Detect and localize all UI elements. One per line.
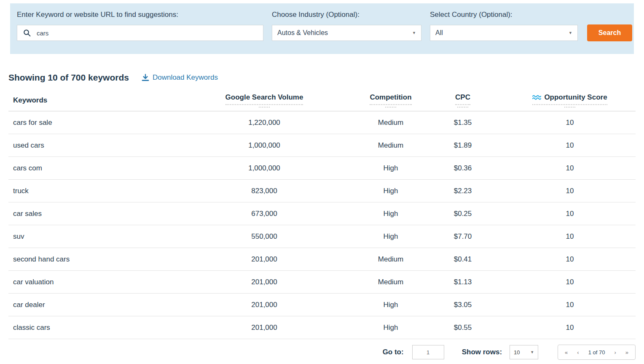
table-row[interactable]: cars com 1,000,000 High $0.36 10 [8, 157, 636, 180]
score-cell: 10 [504, 180, 636, 202]
competition-cell: High [360, 157, 421, 179]
table-row[interactable]: car sales 673,000 High $0.25 10 [8, 202, 636, 225]
show-rows-label: Show rows: [462, 348, 502, 356]
results-summary: Showing 10 of 700 keywords [8, 73, 129, 83]
table-row[interactable]: suv 550,000 High $7.70 10 [8, 225, 636, 248]
keywords-table: Keywords Google Search Volume Competitio… [8, 89, 636, 339]
search-button-group: Search [587, 24, 632, 41]
competition-cell: Medium [360, 111, 421, 134]
download-icon [142, 74, 149, 81]
volume-cell: 201,000 [169, 316, 360, 339]
competition-cell: High [360, 225, 421, 248]
cpc-cell: $1.35 [421, 111, 504, 134]
competition-cell: Medium [360, 134, 421, 156]
keyword-cell: classic cars [8, 316, 169, 339]
next-page-button[interactable]: › [614, 349, 616, 356]
chevron-down-icon: ▼ [530, 351, 534, 354]
country-label: Select Country (Optional): [430, 11, 578, 19]
goto-page-input[interactable] [412, 345, 444, 359]
table-row[interactable]: second hand cars 201,000 Medium $0.41 10 [8, 248, 636, 271]
column-header-keywords: Keywords [8, 89, 169, 111]
sort-indicator [385, 107, 396, 108]
download-keywords-label: Download Keywords [153, 73, 218, 82]
score-cell: 10 [504, 202, 636, 225]
industry-label: Choose Industry (Optional): [272, 11, 421, 19]
keyword-cell: car valuation [8, 271, 169, 293]
keyword-input[interactable] [37, 25, 263, 40]
cpc-cell: $1.89 [421, 134, 504, 156]
competition-cell: Medium [360, 271, 421, 293]
competition-cell: Medium [360, 248, 421, 270]
column-header-opportunity-score[interactable]: Opportunity Score [504, 89, 636, 111]
table-row[interactable]: car valuation 201,000 Medium $1.13 10 [8, 271, 636, 294]
competition-cell: High [360, 202, 421, 225]
sort-indicator [564, 107, 575, 108]
volume-cell: 201,000 [169, 248, 360, 270]
score-cell: 10 [504, 248, 636, 270]
cpc-cell: $7.70 [421, 225, 504, 248]
competition-cell: High [360, 180, 421, 202]
competition-cell: High [360, 294, 421, 316]
country-field-group: Select Country (Optional): All ▼ [430, 11, 578, 41]
goto-label: Go to: [383, 348, 404, 356]
keyword-cell: second hand cars [8, 248, 169, 270]
download-keywords-link[interactable]: Download Keywords [142, 73, 218, 82]
table-row[interactable]: used cars 1,000,000 Medium $1.89 10 [8, 134, 636, 157]
country-select[interactable]: All ▼ [430, 25, 578, 41]
industry-select-value: Autos & Vehicles [277, 29, 328, 37]
cpc-cell: $0.41 [421, 248, 504, 270]
keyword-cell: cars for sale [8, 111, 169, 134]
chevron-down-icon: ▼ [569, 31, 572, 35]
table-row[interactable]: truck 823,000 High $2.23 10 [8, 180, 636, 202]
score-cell: 10 [504, 157, 636, 179]
industry-select[interactable]: Autos & Vehicles ▼ [272, 25, 421, 41]
show-rows-select[interactable]: 10 ▼ [510, 345, 538, 359]
cpc-cell: $3.05 [421, 294, 504, 316]
volume-cell: 550,000 [169, 225, 360, 248]
column-header-competition[interactable]: Competition [360, 89, 421, 111]
keyword-cell: truck [8, 180, 169, 202]
keyword-cell: cars com [8, 157, 169, 179]
table-header-row: Keywords Google Search Volume Competitio… [8, 89, 636, 111]
waves-icon [532, 94, 541, 100]
sort-indicator [457, 107, 468, 108]
volume-cell: 1,220,000 [169, 111, 360, 134]
score-cell: 10 [504, 225, 636, 248]
volume-cell: 1,000,000 [169, 134, 360, 156]
table-row[interactable]: classic cars 201,000 High $0.55 10 [8, 316, 636, 339]
table-row[interactable]: car dealer 201,000 High $3.05 10 [8, 294, 636, 316]
keyword-input-box[interactable] [17, 25, 263, 41]
column-header-cpc[interactable]: CPC [421, 89, 504, 111]
table-row[interactable]: cars for sale 1,220,000 Medium $1.35 10 [8, 111, 636, 134]
keyword-label: Enter Keyword or website URL to find sug… [17, 11, 263, 19]
last-page-button[interactable]: » [625, 349, 628, 356]
cpc-cell: $0.25 [421, 202, 504, 225]
cpc-cell: $1.13 [421, 271, 504, 293]
volume-cell: 673,000 [169, 202, 360, 225]
keyword-field-group: Enter Keyword or website URL to find sug… [17, 11, 263, 41]
column-header-search-volume[interactable]: Google Search Volume [169, 89, 360, 111]
results-header: Showing 10 of 700 keywords Download Keyw… [8, 73, 636, 83]
search-icon [17, 25, 37, 40]
industry-field-group: Choose Industry (Optional): Autos & Vehi… [272, 11, 421, 41]
score-cell: 10 [504, 271, 636, 293]
show-rows-value: 10 [514, 349, 520, 356]
table-body: cars for sale 1,220,000 Medium $1.35 10 … [8, 111, 636, 339]
keyword-cell: car dealer [8, 294, 169, 316]
keyword-cell: used cars [8, 134, 169, 156]
first-page-button[interactable]: « [565, 349, 568, 356]
cpc-cell: $0.55 [421, 316, 504, 339]
search-button[interactable]: Search [587, 24, 632, 41]
score-cell: 10 [504, 111, 636, 134]
prev-page-button[interactable]: ‹ [577, 349, 579, 356]
score-cell: 10 [504, 134, 636, 156]
cpc-cell: $2.23 [421, 180, 504, 202]
competition-cell: High [360, 316, 421, 339]
volume-cell: 201,000 [169, 294, 360, 316]
score-cell: 10 [504, 294, 636, 316]
cpc-cell: $0.36 [421, 157, 504, 179]
table-footer: Go to: Show rows: 10 ▼ « ‹ 1 of 70 › » [8, 344, 636, 360]
keyword-cell: car sales [8, 202, 169, 225]
volume-cell: 201,000 [169, 271, 360, 293]
chevron-down-icon: ▼ [412, 31, 416, 35]
